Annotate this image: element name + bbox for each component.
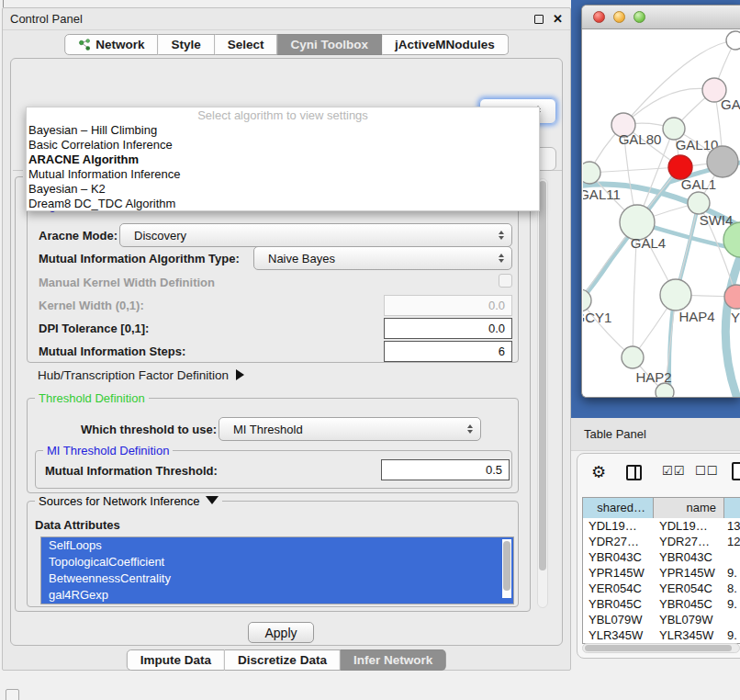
collapsed-arrow-icon — [236, 369, 244, 380]
table-row[interactable]: YDL19…YDL19…13 — [583, 518, 740, 534]
table-row[interactable]: YER054CYER054C8. — [583, 581, 740, 596]
node-label: Y — [731, 310, 740, 325]
tab-jactivemnodules[interactable]: jActiveMNodules — [382, 34, 509, 55]
kernel-width-field[interactable]: 0.0 — [384, 295, 512, 316]
tab-style[interactable]: Style — [158, 34, 214, 55]
screen: Control Panel ✕ NetworkStyleSelectCyni T… — [0, 0, 740, 700]
threshold-definition-title: Threshold Definition — [35, 391, 149, 405]
dpi-tolerance-value: 0.0 — [488, 322, 505, 335]
mi-steps-label: Mutual Information Steps: — [39, 344, 185, 358]
tab-infer-network[interactable]: Infer Network — [341, 649, 446, 671]
table-body: YDL19…YDL19…13YDR27…YDR27…12YBR043CYBR04… — [583, 518, 740, 644]
table-panel-title: Table Panel — [584, 427, 646, 441]
column-header[interactable]: name — [654, 498, 724, 518]
network-window-titlebar[interactable] — [582, 6, 740, 29]
tab-label: Style — [171, 38, 200, 51]
manual-kernel-checkbox[interactable] — [499, 274, 512, 288]
algorithm-option[interactable]: Bayesian – K2 — [27, 182, 539, 197]
node-label: GAL11 — [583, 186, 621, 202]
table-cell — [724, 549, 740, 565]
minimize-traffic-light[interactable] — [613, 11, 625, 23]
hub-section-toggle[interactable]: Hub/Transcription Factor Definition — [38, 368, 244, 382]
attribute-item[interactable]: gal4RGexp — [41, 587, 513, 604]
column-header[interactable]: shared… — [583, 498, 654, 518]
scrollbar-thumb[interactable] — [585, 645, 732, 651]
attributes-scrollbar[interactable] — [502, 539, 511, 598]
table-row[interactable]: YBR045CYBR045C9. — [583, 596, 740, 612]
table-horizontal-scrollbar[interactable] — [582, 643, 740, 653]
scrollbar-thumb[interactable] — [539, 181, 546, 570]
control-panel-title: Control Panel — [10, 12, 83, 26]
mi-type-select[interactable]: Naive Bayes — [253, 246, 512, 270]
document-icon[interactable] — [732, 462, 740, 480]
dpi-tolerance-field[interactable]: 0.0 — [384, 318, 512, 339]
network-node[interactable] — [656, 383, 674, 398]
table-cell: YBR045C — [654, 596, 724, 612]
tab-label: Cyni Toolbox — [291, 38, 369, 51]
algorithm-option[interactable]: Bayesian – Hill Climbing — [27, 123, 539, 138]
table-cell: 13 — [724, 518, 740, 534]
which-threshold-select[interactable]: MI Threshold — [219, 417, 481, 441]
network-canvas[interactable]: GALGAL80GAL10GAL1GAL11SWI4GAL4GCY1HAP4YH… — [583, 30, 740, 398]
table-row[interactable]: YDR27…YDR27…12 — [583, 534, 740, 549]
node-label: HAP4 — [678, 309, 714, 324]
expanded-arrow-icon — [206, 496, 219, 504]
minimized-panel-icon[interactable] — [6, 689, 19, 700]
aracne-mode-select[interactable]: Discovery — [119, 223, 512, 247]
algorithm-option[interactable]: ARACNE Algorithm — [27, 152, 539, 167]
tab-label: jActiveMNodules — [395, 38, 495, 51]
sources-group: Sources for Network Inference Data Attri… — [27, 501, 519, 607]
network-node[interactable] — [707, 146, 738, 177]
column-header[interactable] — [724, 498, 740, 518]
columns-icon[interactable] — [626, 465, 642, 480]
table-row[interactable]: YBL079WYBL079W — [583, 612, 740, 627]
tab-network[interactable]: Network — [64, 34, 158, 55]
float-window-icon[interactable] — [534, 15, 544, 24]
network-node-hap2[interactable] — [622, 346, 644, 368]
gear-icon[interactable]: ⚙ — [591, 461, 606, 483]
control-panel-window: Control Panel ✕ NetworkStyleSelectCyni T… — [2, 7, 571, 671]
network-node-hap4[interactable] — [660, 279, 691, 310]
tab-cyni-toolbox[interactable]: Cyni Toolbox — [278, 34, 383, 55]
apply-button[interactable]: Apply — [248, 622, 314, 643]
algorithm-option[interactable]: Mutual Information Inference — [27, 167, 539, 182]
tab-impute-data[interactable]: Impute Data — [127, 649, 225, 671]
attribute-item[interactable]: BetweennessCentrality — [41, 570, 513, 587]
table-cell: YBR043C — [654, 549, 724, 565]
mi-steps-value: 6 — [499, 344, 505, 358]
algorithm-list: Bayesian – Hill ClimbingBasic Correlatio… — [27, 123, 539, 211]
close-traffic-light[interactable] — [593, 11, 605, 23]
table-row[interactable]: YPR145WYPR145W9. — [583, 565, 740, 581]
table-cell — [724, 612, 740, 627]
tab-discretize-data[interactable]: Discretize Data — [225, 649, 341, 671]
network-node-gcy1[interactable] — [583, 289, 591, 311]
table-cell: YDL19… — [654, 518, 724, 534]
zoom-traffic-light[interactable] — [633, 11, 645, 23]
algorithm-option[interactable]: Basic Correlation Inference — [27, 138, 539, 152]
tab-select[interactable]: Select — [215, 34, 278, 55]
algorithm-option[interactable]: Dream8 DC_TDC Algorithm — [27, 197, 539, 211]
manual-kernel-label: Manual Kernel Width Definition — [39, 276, 215, 289]
mi-threshold-value: 0.5 — [486, 463, 502, 477]
tab-label: Network — [95, 38, 144, 51]
mi-steps-field[interactable]: 6 — [384, 341, 512, 362]
table-cell: YER054C — [654, 581, 724, 596]
sources-title[interactable]: Sources for Network Inference — [35, 494, 222, 508]
network-node-gal11[interactable] — [583, 162, 600, 184]
table-header-row: shared…name — [583, 498, 740, 518]
mi-threshold-field[interactable]: 0.5 — [381, 459, 510, 480]
close-icon[interactable]: ✕ — [553, 15, 563, 24]
table-row[interactable]: YBR043CYBR043C — [583, 549, 740, 565]
table-row[interactable]: YLR345WYLR345W9. — [583, 627, 740, 643]
table-cell: YBL079W — [654, 612, 724, 627]
checked-columns-icon[interactable]: ☑☑ — [662, 464, 685, 478]
attribute-item[interactable]: TopologicalCoefficient — [41, 554, 513, 570]
network-window: GALGAL80GAL10GAL1GAL11SWI4GAL4GCY1HAP4YH… — [581, 5, 740, 398]
attribute-item[interactable]: SelfLoops — [41, 537, 513, 554]
kernel-width-value: 0.0 — [488, 299, 505, 312]
network-node-swi4[interactable] — [688, 192, 710, 214]
settings-vertical-scrollbar[interactable] — [537, 178, 548, 608]
scrollbar-thumb[interactable] — [503, 541, 510, 591]
unchecked-columns-icon[interactable]: ☐☐ — [695, 464, 718, 478]
network-node[interactable] — [726, 31, 740, 50]
